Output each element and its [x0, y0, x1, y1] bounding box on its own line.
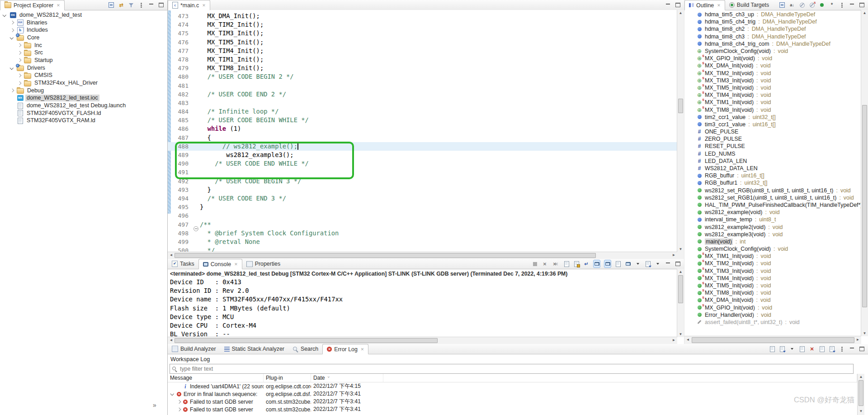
clear-log-button[interactable]: [799, 345, 805, 353]
scroll-down-icon[interactable]: ▼: [861, 330, 868, 336]
scroll-up-icon[interactable]: ▲: [858, 374, 864, 380]
open-log-button[interactable]: [819, 345, 825, 353]
link-with-editor-icon[interactable]: *: [829, 1, 835, 9]
scrollbar-thumb[interactable]: [692, 337, 854, 343]
collapse-all-button[interactable]: [779, 1, 785, 9]
outline-item[interactable]: ws2812_set_RGB(uint8_t, uint8_t, uint8_t…: [684, 187, 861, 194]
outline-item[interactable]: RGB_buffur : uint16_t[]: [684, 172, 861, 179]
scrollbar-thumb[interactable]: [678, 99, 683, 113]
scroll-down-icon[interactable]: ▼: [858, 408, 864, 414]
symbol-name[interactable]: interval_time_temp: [705, 216, 752, 223]
expand-arrow-icon[interactable]: [9, 65, 15, 71]
scroll-right-icon[interactable]: ►: [854, 336, 861, 342]
filter-button[interactable]: [128, 1, 134, 9]
code-line[interactable]: 473 MX_DMA_Init();: [168, 12, 677, 20]
column-message[interactable]: Message: [168, 374, 264, 382]
filter-input[interactable]: [179, 365, 851, 372]
symbol-name[interactable]: MX_TIM5_Init(void): [705, 85, 754, 91]
show-console-on-stdout-button[interactable]: [593, 260, 600, 268]
outline-item[interactable]: SystemClock_Config(void) : void: [684, 245, 861, 253]
symbol-name[interactable]: ws2812_example(void): [705, 209, 762, 215]
code-text[interactable]: /* Infinite loop */: [200, 107, 677, 116]
scroll-up-icon[interactable]: ▲: [861, 10, 868, 16]
maximize-button[interactable]: [675, 1, 681, 9]
tree-item[interactable]: STM32F405VGTX_RAM.ld: [0, 117, 167, 125]
outline-item[interactable]: RESET_PULSE: [684, 143, 861, 150]
code-line[interactable]: 489 ws2812_example3();: [168, 151, 677, 159]
scrollbar-thumb[interactable]: [859, 380, 863, 406]
outline-item[interactable]: MX_TIM3_Init(void) : void: [684, 267, 861, 275]
code-text[interactable]: /* USER CODE END WHILE */: [200, 159, 677, 168]
tree-item-label[interactable]: CMSIS: [33, 72, 54, 79]
code-line[interactable]: 475 MX_TIM3_Init();: [168, 29, 677, 38]
symbol-name[interactable]: HAL_TIM_PWM_PulseFinishedCallback(TIM_Ha…: [705, 202, 861, 208]
code-line[interactable]: 476 MX_TIM5_Init();: [168, 38, 677, 47]
scroll-down-icon[interactable]: ▼: [677, 331, 684, 337]
outline-item[interactable]: MX_GPIO_Init(void) : void: [684, 304, 861, 311]
expand-arrow-icon[interactable]: [2, 12, 8, 18]
outline-item[interactable]: MX_TIM5_Init(void) : void: [684, 84, 861, 91]
view-menu-button[interactable]: [839, 345, 845, 353]
outline-item[interactable]: MX_TIM8_Init(void) : void: [684, 289, 861, 296]
symbol-name[interactable]: ws2812_example2(void): [705, 224, 765, 230]
code-line[interactable]: 488 // ws2812_example();: [168, 142, 677, 151]
maximize-button[interactable]: [675, 260, 681, 267]
tab-build-targets[interactable]: Build Targets: [725, 0, 773, 10]
code-line[interactable]: 484 /* Infinite loop */: [168, 107, 677, 116]
symbol-name[interactable]: MX_TIM1_Init(void): [705, 99, 754, 105]
table-row[interactable]: Failed to start GDB server com.st.stm32c…: [168, 405, 857, 413]
expand-arrow-icon[interactable]: [9, 110, 15, 116]
code-text[interactable]: /* USER CODE END 2 */: [200, 90, 677, 99]
tree-item[interactable]: Startup: [0, 57, 167, 64]
scroll-up-icon[interactable]: ▲: [677, 269, 684, 275]
code-line[interactable]: 497 /**: [168, 220, 677, 229]
view-menu-button[interactable]: [138, 1, 144, 9]
code-line[interactable]: 492 /* USER CODE BEGIN 3 */: [168, 177, 677, 186]
scroll-left-icon[interactable]: ◄: [168, 252, 175, 258]
scroll-right-icon[interactable]: ►: [670, 252, 677, 258]
outline-item[interactable]: Error_Handler(void) : void: [684, 311, 861, 319]
code-line[interactable]: 474 MX_TIM2_Init();: [168, 20, 677, 29]
code-text[interactable]: * @brief System Clock Configuration: [200, 229, 677, 238]
expand-arrow-icon[interactable]: [16, 57, 22, 63]
outline-item[interactable]: MX_TIM4_Init(void) : void: [684, 275, 861, 282]
symbol-name[interactable]: MX_DMA_Init(void): [705, 62, 753, 69]
remove-launch-button[interactable]: ✕: [542, 260, 548, 267]
symbol-name[interactable]: hdma_tim8_ch2: [705, 26, 745, 32]
code-text[interactable]: MX_TIM5_Init();: [200, 38, 677, 47]
outline-item[interactable]: MX_DMA_Init(void) : void: [684, 296, 861, 304]
scroll-up-icon[interactable]: ▲: [677, 10, 684, 16]
symbol-name[interactable]: RGB_buffur1: [705, 180, 737, 186]
sort-button[interactable]: a↓: [789, 1, 795, 9]
code-text[interactable]: while (1): [200, 124, 677, 133]
outline-item[interactable]: interval_time_temp : uint8_t: [684, 216, 861, 223]
symbol-name[interactable]: tim3_ccr1_value: [705, 121, 745, 128]
outline-item[interactable]: LED_NUMS: [684, 150, 861, 157]
code-text[interactable]: }: [200, 203, 677, 211]
minimize-button[interactable]: [665, 1, 671, 9]
code-line[interactable]: 483: [168, 99, 677, 107]
tree-item-label[interactable]: dome_WS2812_led_test.ioc: [25, 95, 99, 101]
symbol-name[interactable]: MX_TIM8_Init(void): [705, 290, 754, 296]
outline-item[interactable]: ws2812_example3(void) : void: [684, 231, 861, 238]
minimize-button[interactable]: [849, 345, 855, 353]
code-line[interactable]: 494 /* USER CODE END 3 */: [168, 194, 677, 203]
symbol-name[interactable]: Error_Handler(void): [705, 312, 754, 318]
tree-item-label[interactable]: Inc: [33, 42, 43, 49]
hide-fields-button[interactable]: [799, 1, 805, 9]
chevron-double-right-icon[interactable]: »: [153, 401, 156, 409]
scroll-left-icon[interactable]: ◄: [684, 336, 691, 342]
outline-item[interactable]: MX_TIM2_Init(void) : void: [684, 260, 861, 267]
link-with-editor-button[interactable]: ⇄: [118, 1, 124, 9]
view-menu-button[interactable]: [839, 1, 845, 9]
code-line[interactable]: 482 /* USER CODE END 2 */: [168, 90, 677, 99]
tree-item-label[interactable]: Src: [33, 49, 44, 56]
tree-item[interactable]: Debug: [0, 87, 167, 95]
expand-arrow-icon[interactable]: [9, 118, 15, 124]
tab-tasks[interactable]: Tasks: [168, 259, 198, 269]
expand-arrow-icon[interactable]: [9, 35, 15, 41]
symbol-name[interactable]: MX_TIM3_Init(void): [705, 268, 754, 274]
outline-item[interactable]: hdma_tim8_ch2 : DMA_HandleTypeDef: [684, 25, 861, 33]
scrollbar-thumb[interactable]: [862, 105, 867, 307]
code-line[interactable]: 498 * @brief System Clock Configuration: [168, 229, 677, 238]
